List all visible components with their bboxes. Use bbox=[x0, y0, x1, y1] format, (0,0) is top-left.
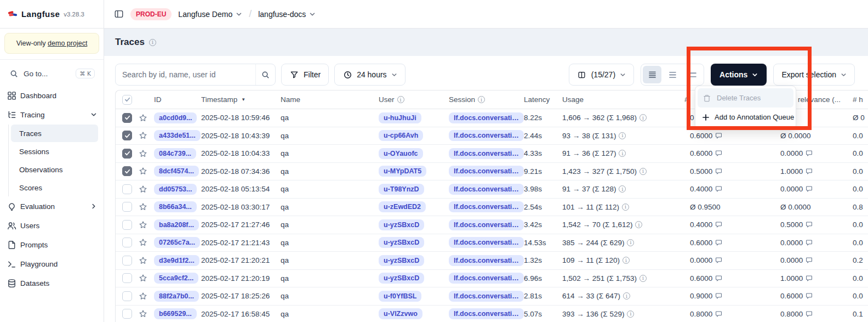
trace-id-badge[interactable]: a433de51... bbox=[154, 130, 201, 141]
column-visibility-button[interactable]: (15/27) bbox=[569, 64, 634, 86]
trace-id-badge[interactable]: 88f2a7b0... bbox=[154, 291, 199, 302]
sidebar-item-traces[interactable]: Traces bbox=[11, 125, 98, 142]
menu-item-add-to-annotation-queue[interactable]: Add to Annotation Queue bbox=[698, 108, 793, 127]
user-badge[interactable]: u-f0YfBSL bbox=[379, 291, 421, 302]
column-header-score3[interactable]: # h bbox=[849, 95, 868, 104]
column-header-usage[interactable]: Usage bbox=[562, 95, 683, 104]
trace-id-badge[interactable]: b669529... bbox=[154, 308, 197, 319]
table-row[interactable]: 88f2a7b0...2025-02-17 18:25:26qau-f0YfBS… bbox=[116, 287, 868, 306]
session-badge[interactable]: lf.docs.conversation... bbox=[449, 166, 524, 177]
session-badge[interactable]: lf.docs.conversation... bbox=[449, 255, 524, 266]
trace-id-badge[interactable]: 084c739... bbox=[154, 148, 196, 159]
user-badge[interactable]: u-yzSBxcD bbox=[379, 237, 424, 248]
trace-id-badge[interactable]: ba8a208f... bbox=[154, 219, 199, 230]
trace-id-badge[interactable]: d3e9d1f2... bbox=[154, 255, 199, 266]
sidebar-item-evaluation[interactable]: Evaluation bbox=[5, 197, 98, 216]
row-checkbox[interactable] bbox=[122, 220, 132, 230]
star-icon[interactable] bbox=[139, 309, 147, 318]
user-badge[interactable]: u-VlZzvwo bbox=[379, 308, 422, 319]
star-icon[interactable] bbox=[139, 221, 147, 229]
table-row[interactable]: 8b66a34...2025-02-18 03:30:17qau-zEwdED2… bbox=[116, 199, 868, 217]
star-icon[interactable] bbox=[139, 256, 147, 265]
trace-id-badge[interactable]: a0cd0d9... bbox=[154, 112, 197, 123]
table-row[interactable]: dd05753...2025-02-18 05:13:54qau-T98YnzD… bbox=[116, 180, 868, 199]
column-header-user[interactable]: User i bbox=[379, 95, 449, 104]
user-badge[interactable]: u-yzSBxcD bbox=[379, 219, 424, 230]
row-checkbox[interactable] bbox=[122, 291, 132, 301]
session-badge[interactable]: lf.docs.conversation... bbox=[449, 112, 524, 123]
star-icon[interactable] bbox=[139, 149, 147, 158]
row-checkbox[interactable] bbox=[122, 113, 132, 123]
row-checkbox[interactable] bbox=[122, 149, 132, 159]
star-icon[interactable] bbox=[139, 292, 147, 301]
demo-project-link[interactable]: demo project bbox=[48, 39, 87, 47]
filter-button[interactable]: Filter bbox=[281, 64, 329, 86]
sidebar-item-playground[interactable]: Playground bbox=[5, 255, 98, 273]
column-header-latency[interactable]: Latency bbox=[524, 95, 562, 104]
table-row[interactable]: 07265c7a...2025-02-17 21:21:43qau-yzSBxc… bbox=[116, 234, 868, 252]
trace-id-badge[interactable]: 07265c7a... bbox=[154, 237, 200, 248]
table-row[interactable]: ba8a208f...2025-02-17 21:27:46qau-yzSBxc… bbox=[116, 216, 868, 234]
session-badge[interactable]: lf.docs.conversation... bbox=[449, 237, 524, 248]
table-row[interactable]: d3e9d1f2...2025-02-17 21:20:21qau-yzSBxc… bbox=[116, 252, 868, 270]
session-badge[interactable]: lf.docs.conversation... bbox=[449, 308, 524, 319]
row-checkbox[interactable] bbox=[122, 202, 132, 212]
star-icon[interactable] bbox=[139, 274, 147, 283]
session-badge[interactable]: lf.docs.conversation... bbox=[449, 291, 524, 302]
table-row[interactable]: b669529...2025-02-17 16:58:45qau-VlZzvwo… bbox=[116, 306, 868, 322]
session-badge[interactable]: lf.docs.conversation... bbox=[449, 273, 524, 284]
export-selection-button[interactable]: Export selection bbox=[773, 64, 855, 86]
trace-id-badge[interactable]: 8b66a34... bbox=[154, 201, 197, 212]
sidebar-item-observations[interactable]: Observations bbox=[11, 161, 98, 178]
session-badge[interactable]: lf.docs.conversation... bbox=[449, 219, 524, 230]
row-checkbox[interactable] bbox=[122, 273, 132, 283]
actions-button[interactable]: Actions bbox=[711, 64, 767, 86]
user-badge[interactable]: u-MYpDAT5 bbox=[379, 166, 426, 177]
user-badge[interactable]: u-yzSBxcD bbox=[379, 273, 424, 284]
breadcrumb-project[interactable]: langfuse-docs bbox=[258, 10, 316, 19]
sidebar-item-tracing[interactable]: Tracing bbox=[5, 105, 98, 124]
row-height-medium-button[interactable] bbox=[663, 66, 682, 83]
user-badge[interactable]: u-T98YnzD bbox=[379, 184, 424, 195]
table-row[interactable]: 5cca9cf2...2025-02-17 21:20:19qau-yzSBxc… bbox=[116, 270, 868, 288]
search-input[interactable] bbox=[116, 70, 255, 79]
row-checkbox[interactable] bbox=[122, 184, 132, 194]
table-row[interactable]: a433de51...2025-02-18 10:43:39qau-cp66Av… bbox=[116, 127, 868, 145]
row-height-large-button[interactable] bbox=[683, 66, 702, 83]
sidebar-item-dashboard[interactable]: Dashboard bbox=[5, 86, 98, 105]
trace-id-badge[interactable]: 5cca9cf2... bbox=[154, 273, 198, 284]
star-icon[interactable] bbox=[139, 114, 147, 122]
sidebar-item-datasets[interactable]: Datasets bbox=[5, 274, 98, 292]
row-height-small-button[interactable] bbox=[643, 66, 661, 83]
user-badge[interactable]: u-huJhuJi bbox=[379, 112, 421, 123]
column-header-id[interactable]: ID bbox=[154, 95, 201, 104]
row-checkbox[interactable] bbox=[122, 166, 132, 176]
star-icon[interactable] bbox=[139, 131, 147, 140]
time-range-button[interactable]: 24 hours bbox=[334, 64, 405, 86]
user-badge[interactable]: u-yzSBxcD bbox=[379, 255, 424, 266]
star-icon[interactable] bbox=[139, 202, 147, 211]
user-badge[interactable]: u-zEwdED2 bbox=[379, 201, 426, 212]
select-all-checkbox[interactable] bbox=[122, 95, 132, 105]
star-icon[interactable] bbox=[139, 238, 147, 247]
goto-search[interactable]: Go to... ⌘ K bbox=[5, 65, 98, 82]
table-row[interactable]: 084c739...2025-02-18 10:04:33qau-OYauofc… bbox=[116, 145, 868, 163]
row-checkbox[interactable] bbox=[122, 309, 132, 319]
sidebar-item-sessions[interactable]: Sessions bbox=[11, 143, 98, 160]
user-badge[interactable]: u-OYauofc bbox=[379, 148, 423, 159]
trace-id-badge[interactable]: dd05753... bbox=[154, 184, 197, 195]
row-checkbox[interactable] bbox=[122, 238, 132, 247]
sidebar-item-users[interactable]: Users bbox=[5, 216, 98, 235]
menu-item-delete-traces[interactable]: Delete Traces bbox=[698, 88, 793, 108]
table-row[interactable]: 8dcf4574...2025-02-18 07:34:36qau-MYpDAT… bbox=[116, 163, 868, 181]
sidebar-item-prompts[interactable]: Prompts bbox=[5, 235, 98, 254]
sidebar-item-scores[interactable]: Scores bbox=[11, 179, 98, 196]
row-checkbox[interactable] bbox=[122, 256, 132, 265]
star-icon[interactable] bbox=[139, 185, 147, 194]
trace-id-badge[interactable]: 8dcf4574... bbox=[154, 166, 199, 177]
search-submit-icon[interactable] bbox=[255, 64, 275, 85]
column-header-session[interactable]: Session i bbox=[449, 95, 524, 104]
column-header-name[interactable]: Name bbox=[281, 95, 379, 104]
star-icon[interactable] bbox=[139, 167, 147, 176]
breadcrumb-org[interactable]: Langfuse Demo bbox=[178, 10, 242, 19]
